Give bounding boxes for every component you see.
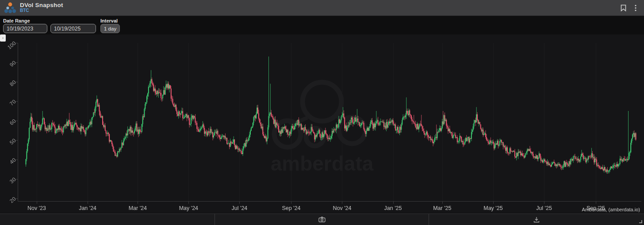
- asset-badge: BTC: [20, 8, 63, 13]
- x-axis-tick-label: Mar '25: [422, 205, 462, 211]
- x-axis-tick-label: Jan '25: [373, 205, 413, 211]
- dvol-candlestick-chart[interactable]: [0, 34, 644, 213]
- attribution-text: Amberdata, (amberdata.io): [582, 207, 640, 212]
- x-axis-tick-label: Jul '24: [219, 205, 259, 211]
- x-axis-tick-label: Jan '24: [68, 205, 107, 211]
- x-axis-tick-label: May '24: [169, 205, 208, 211]
- interval-button[interactable]: 1 day: [100, 24, 120, 33]
- date-to-input[interactable]: [50, 24, 96, 33]
- x-axis-tick-label: Nov '23: [17, 205, 57, 211]
- date-from-input[interactable]: [3, 24, 47, 33]
- chart-panel: › 1009080706050403020Nov '23Jan '24Mar '…: [0, 34, 644, 213]
- bottom-toolbar: [0, 214, 644, 225]
- bookmark-icon[interactable]: [619, 4, 627, 12]
- interval-label: Interval: [100, 18, 118, 23]
- dvol-snapshot-app: DVol Snapshot BTC Date Range Interval 1 …: [0, 0, 644, 225]
- page-title: DVol Snapshot: [20, 2, 63, 8]
- x-axis-tick-label: Mar '24: [118, 205, 157, 211]
- download-icon[interactable]: [532, 216, 541, 224]
- date-range-label: Date Range: [3, 18, 30, 23]
- panel-expand-toggle[interactable]: ›: [0, 34, 6, 42]
- resize-handle[interactable]: [639, 220, 642, 223]
- x-axis-tick-label: May '25: [473, 205, 513, 211]
- x-axis-tick-label: Sep '24: [271, 205, 311, 211]
- toolbar-section-middle: [215, 214, 429, 225]
- toolbar-section-left[interactable]: [0, 214, 215, 225]
- camera-icon[interactable]: [318, 216, 326, 224]
- app-header: DVol Snapshot BTC: [0, 0, 644, 16]
- toolbar-section-right: [429, 214, 644, 225]
- chart-controls: Date Range Interval 1 day: [0, 16, 644, 34]
- x-axis-tick-label: Nov '24: [322, 205, 362, 211]
- kebab-menu-icon[interactable]: [632, 4, 640, 12]
- amberdata-logo: [4, 2, 17, 14]
- x-axis-tick-label: Jul '25: [524, 205, 564, 211]
